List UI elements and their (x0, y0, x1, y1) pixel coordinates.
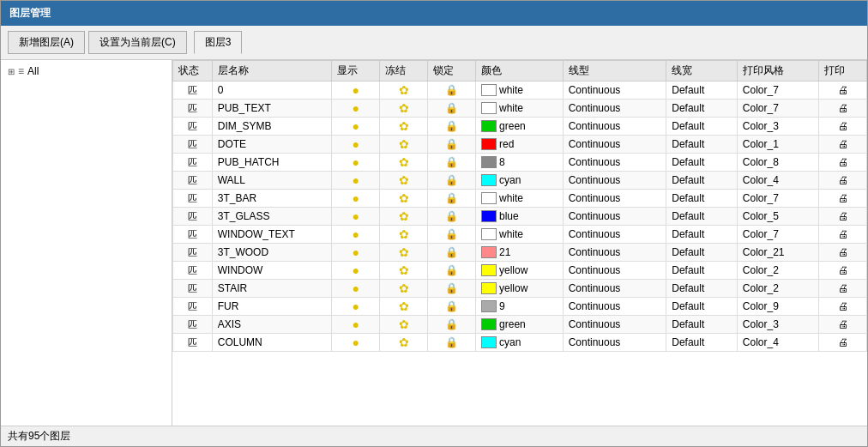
cell-print-style[interactable]: Color_3 (737, 316, 818, 334)
cell-show[interactable]: ● (332, 262, 380, 280)
cell-layer-name[interactable]: 3T_GLASS (212, 208, 332, 226)
cell-linetype[interactable]: Continuous (563, 280, 666, 298)
cell-print[interactable]: 🖨 (819, 136, 867, 154)
cell-lock[interactable]: 🔒 (428, 316, 476, 334)
cell-print[interactable]: 🖨 (819, 190, 867, 208)
cell-layer-name[interactable]: PUB_HATCH (212, 154, 332, 172)
cell-print[interactable]: 🖨 (819, 298, 867, 316)
cell-freeze[interactable]: ✿ (380, 298, 428, 316)
cell-show[interactable]: ● (332, 244, 380, 262)
table-wrapper[interactable]: 状态 层名称 显示 冻结 锁定 颜色 线型 线宽 打印风格 打印 (172, 60, 867, 426)
cell-linewidth[interactable]: Default (666, 280, 738, 298)
table-row[interactable]: 匹FUR●✿🔒9ContinuousDefaultColor_9🖨 (173, 298, 867, 316)
cell-show[interactable]: ● (332, 334, 380, 352)
cell-lock[interactable]: 🔒 (428, 226, 476, 244)
cell-print[interactable]: 🖨 (819, 262, 867, 280)
cell-print[interactable]: 🖨 (819, 118, 867, 136)
cell-color[interactable]: yellow (476, 262, 564, 280)
cell-print-style[interactable]: Color_9 (737, 298, 818, 316)
cell-linetype[interactable]: Continuous (563, 136, 666, 154)
cell-linetype[interactable]: Continuous (563, 316, 666, 334)
cell-color[interactable]: white (476, 82, 564, 100)
cell-color[interactable]: green (476, 118, 564, 136)
cell-color[interactable]: yellow (476, 280, 564, 298)
cell-layer-name[interactable]: DIM_SYMB (212, 118, 332, 136)
table-row[interactable]: 匹3T_WOOD●✿🔒21ContinuousDefaultColor_21🖨 (173, 244, 867, 262)
cell-print-style[interactable]: Color_1 (737, 136, 818, 154)
cell-show[interactable]: ● (332, 154, 380, 172)
cell-color[interactable]: blue (476, 208, 564, 226)
cell-lock[interactable]: 🔒 (428, 154, 476, 172)
cell-color[interactable]: white (476, 100, 564, 118)
cell-show[interactable]: ● (332, 100, 380, 118)
cell-color[interactable]: cyan (476, 334, 564, 352)
cell-lock[interactable]: 🔒 (428, 334, 476, 352)
cell-print-style[interactable]: Color_7 (737, 190, 818, 208)
table-row[interactable]: 匹STAIR●✿🔒yellowContinuousDefaultColor_2🖨 (173, 280, 867, 298)
cell-freeze[interactable]: ✿ (380, 100, 428, 118)
cell-linetype[interactable]: Continuous (563, 118, 666, 136)
cell-linetype[interactable]: Continuous (563, 298, 666, 316)
cell-linewidth[interactable]: Default (666, 172, 738, 190)
cell-linewidth[interactable]: Default (666, 118, 738, 136)
cell-linewidth[interactable]: Default (666, 244, 738, 262)
cell-print-style[interactable]: Color_7 (737, 226, 818, 244)
cell-linewidth[interactable]: Default (666, 208, 738, 226)
set-current-button[interactable]: 设置为当前层(C) (88, 31, 187, 54)
cell-print[interactable]: 🖨 (819, 334, 867, 352)
cell-linewidth[interactable]: Default (666, 226, 738, 244)
cell-freeze[interactable]: ✿ (380, 244, 428, 262)
cell-print-style[interactable]: Color_7 (737, 100, 818, 118)
table-row[interactable]: 匹AXIS●✿🔒greenContinuousDefaultColor_3🖨 (173, 316, 867, 334)
table-row[interactable]: 匹0●✿🔒whiteContinuousDefaultColor_7🖨 (173, 82, 867, 100)
cell-lock[interactable]: 🔒 (428, 190, 476, 208)
cell-linewidth[interactable]: Default (666, 154, 738, 172)
cell-layer-name[interactable]: PUB_TEXT (212, 100, 332, 118)
cell-layer-name[interactable]: STAIR (212, 280, 332, 298)
cell-freeze[interactable]: ✿ (380, 226, 428, 244)
cell-freeze[interactable]: ✿ (380, 118, 428, 136)
cell-print-style[interactable]: Color_4 (737, 172, 818, 190)
cell-color[interactable]: 8 (476, 154, 564, 172)
cell-color[interactable]: white (476, 190, 564, 208)
cell-layer-name[interactable]: 3T_BAR (212, 190, 332, 208)
table-row[interactable]: 匹WALL●✿🔒cyanContinuousDefaultColor_4🖨 (173, 172, 867, 190)
cell-freeze[interactable]: ✿ (380, 334, 428, 352)
cell-print-style[interactable]: Color_3 (737, 118, 818, 136)
cell-linetype[interactable]: Continuous (563, 226, 666, 244)
cell-lock[interactable]: 🔒 (428, 244, 476, 262)
cell-color[interactable]: red (476, 136, 564, 154)
cell-freeze[interactable]: ✿ (380, 136, 428, 154)
cell-linewidth[interactable]: Default (666, 298, 738, 316)
cell-lock[interactable]: 🔒 (428, 262, 476, 280)
cell-lock[interactable]: 🔒 (428, 100, 476, 118)
cell-show[interactable]: ● (332, 118, 380, 136)
cell-linewidth[interactable]: Default (666, 190, 738, 208)
cell-lock[interactable]: 🔒 (428, 298, 476, 316)
cell-show[interactable]: ● (332, 190, 380, 208)
cell-linetype[interactable]: Continuous (563, 154, 666, 172)
table-row[interactable]: 匹DIM_SYMB●✿🔒greenContinuousDefaultColor_… (173, 118, 867, 136)
table-row[interactable]: 匹3T_BAR●✿🔒whiteContinuousDefaultColor_7🖨 (173, 190, 867, 208)
cell-color[interactable]: 21 (476, 244, 564, 262)
cell-layer-name[interactable]: WALL (212, 172, 332, 190)
cell-print-style[interactable]: Color_8 (737, 154, 818, 172)
cell-linetype[interactable]: Continuous (563, 100, 666, 118)
cell-layer-name[interactable]: FUR (212, 298, 332, 316)
cell-freeze[interactable]: ✿ (380, 190, 428, 208)
cell-freeze[interactable]: ✿ (380, 154, 428, 172)
table-row[interactable]: 匹PUB_TEXT●✿🔒whiteContinuousDefaultColor_… (173, 100, 867, 118)
new-layer-button[interactable]: 新增图层(A) (8, 31, 85, 54)
cell-lock[interactable]: 🔒 (428, 172, 476, 190)
cell-freeze[interactable]: ✿ (380, 208, 428, 226)
table-row[interactable]: 匹3T_GLASS●✿🔒blueContinuousDefaultColor_5… (173, 208, 867, 226)
cell-layer-name[interactable]: 0 (212, 82, 332, 100)
cell-print[interactable]: 🖨 (819, 208, 867, 226)
table-row[interactable]: 匹DOTE●✿🔒redContinuousDefaultColor_1🖨 (173, 136, 867, 154)
cell-linetype[interactable]: Continuous (563, 82, 666, 100)
cell-linetype[interactable]: Continuous (563, 208, 666, 226)
cell-lock[interactable]: 🔒 (428, 82, 476, 100)
cell-print[interactable]: 🖨 (819, 154, 867, 172)
cell-print-style[interactable]: Color_2 (737, 262, 818, 280)
cell-print-style[interactable]: Color_2 (737, 280, 818, 298)
